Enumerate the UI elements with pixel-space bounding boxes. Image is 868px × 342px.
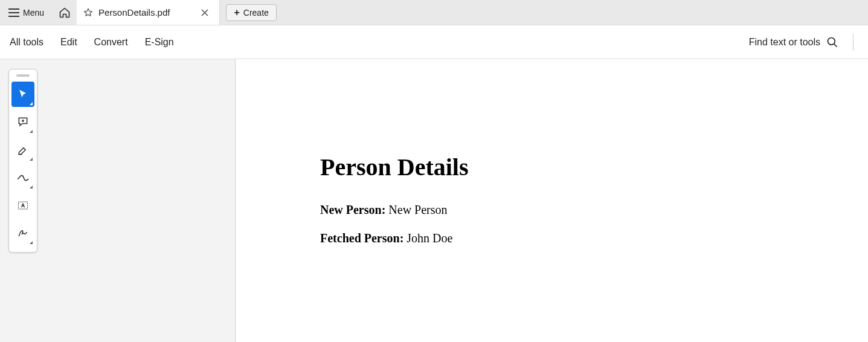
star-icon[interactable]	[83, 7, 94, 18]
expand-corner-icon	[30, 130, 33, 133]
comment-tool-icon	[17, 116, 29, 128]
document-heading: Person Details	[320, 153, 868, 181]
sign-tool-button[interactable]	[11, 221, 34, 246]
toolbar-item-esign[interactable]: E-Sign	[145, 37, 174, 48]
document-row: Fetched Person: John Doe	[320, 231, 868, 245]
toolstrip-drag-handle[interactable]	[16, 74, 30, 77]
toolbar-item-all-tools[interactable]: All tools	[10, 37, 43, 48]
menu-button[interactable]: Menu	[0, 0, 53, 25]
close-icon	[201, 9, 208, 16]
select-tool-icon	[17, 88, 29, 100]
expand-corner-icon	[30, 102, 33, 105]
secondary-toolbar: All tools Edit Convert E-Sign Find text …	[0, 25, 868, 59]
document-page: Person Details New Person: New Person Fe…	[236, 59, 868, 245]
svg-point-0	[828, 37, 835, 45]
search-icon[interactable]	[826, 36, 838, 48]
row-value: John Doe	[407, 231, 452, 245]
textbox-tool-button[interactable]	[11, 193, 34, 218]
create-button[interactable]: + Create	[226, 4, 276, 21]
toolbar-divider	[853, 34, 854, 51]
toolbar-left: All tools Edit Convert E-Sign	[10, 37, 174, 48]
sign-tool-icon	[17, 227, 29, 239]
left-pane	[0, 59, 236, 342]
textbox-tool-icon	[17, 199, 29, 211]
find-label[interactable]: Find text or tools	[749, 37, 820, 48]
home-icon	[59, 7, 71, 19]
document-row: New Person: New Person	[320, 203, 868, 217]
expand-corner-icon	[30, 241, 33, 244]
create-label: Create	[243, 8, 269, 18]
row-label: Fetched Person:	[320, 231, 403, 245]
expand-corner-icon	[30, 158, 33, 161]
row-label: New Person:	[320, 203, 385, 216]
tab-title: PersonDetails.pdf	[98, 7, 194, 18]
svg-rect-1	[19, 202, 28, 209]
highlight-tool-button[interactable]	[11, 137, 34, 163]
expand-corner-icon	[30, 186, 33, 189]
menu-label: Menu	[23, 8, 44, 18]
select-tool-button[interactable]	[11, 82, 34, 107]
home-button[interactable]	[53, 0, 77, 25]
hamburger-icon	[8, 8, 19, 17]
row-value: New Person	[388, 203, 447, 216]
toolbar-right: Find text or tools	[749, 34, 858, 51]
draw-tool-button[interactable]	[11, 165, 34, 190]
workspace: Person Details New Person: New Person Fe…	[0, 59, 868, 342]
tab-close-button[interactable]	[199, 7, 211, 19]
toolbar-item-convert[interactable]: Convert	[94, 37, 128, 48]
document-tab[interactable]: PersonDetails.pdf	[77, 0, 220, 25]
comment-tool-button[interactable]	[11, 109, 34, 135]
tool-strip	[8, 69, 37, 253]
draw-tool-icon	[16, 173, 30, 182]
plus-icon: +	[234, 8, 239, 18]
toolbar-item-edit[interactable]: Edit	[60, 37, 77, 48]
document-viewport[interactable]: Person Details New Person: New Person Fe…	[236, 59, 868, 342]
highlight-tool-icon	[17, 144, 29, 156]
titlebar: Menu PersonDetails.pdf + Create	[0, 0, 868, 25]
